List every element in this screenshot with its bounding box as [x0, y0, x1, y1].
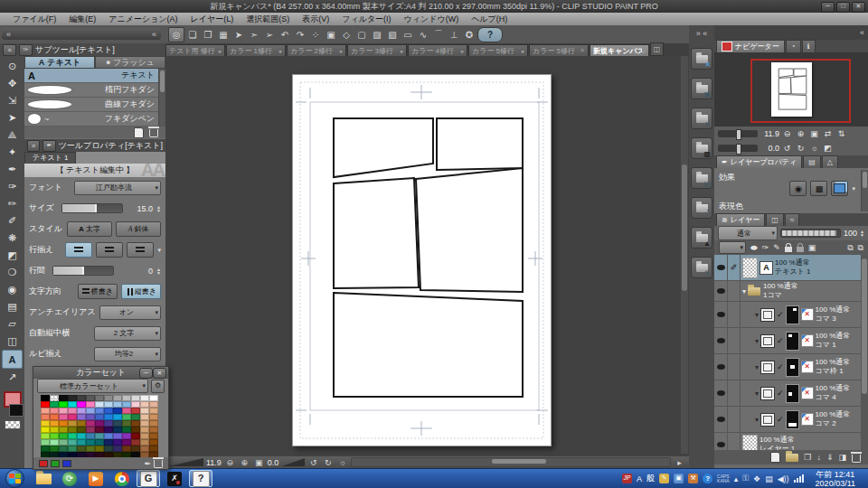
help-icon[interactable]: ?	[477, 27, 503, 42]
tab-layer-comp[interactable]: ≈	[785, 213, 799, 226]
color-swatch[interactable]	[77, 427, 86, 433]
menu-item[interactable]: ヘルプ(H)	[466, 14, 513, 25]
layer-row[interactable]: ✐ A100 %通常テキスト 1	[714, 255, 868, 281]
color-swatch[interactable]	[104, 408, 113, 414]
manga-panel[interactable]	[416, 168, 523, 292]
layer-visible-toggle[interactable]	[714, 302, 728, 327]
color-swatch[interactable]	[59, 433, 68, 439]
blend-tool[interactable]: ❍	[3, 264, 22, 281]
layer-folder-row[interactable]: ▾ 100 %通常1コマ	[714, 281, 868, 302]
material-template-folder[interactable]: ▤	[691, 167, 712, 189]
tool-property-tab[interactable]: テキスト 1	[24, 152, 76, 164]
font-dropdown[interactable]: 江戸勘亭流	[74, 181, 161, 195]
color-swatch[interactable]	[86, 446, 95, 452]
color-swatch[interactable]	[149, 446, 158, 452]
line-correct-tool[interactable]: ↗	[3, 369, 22, 386]
layer-thumbnail[interactable]	[786, 384, 799, 403]
color-swatch[interactable]	[77, 414, 86, 420]
frame-border-tool[interactable]: ◫	[3, 333, 22, 350]
background-color-swatch[interactable]	[9, 404, 24, 417]
expand-toggle[interactable]: ▾	[755, 416, 759, 424]
color-swatch[interactable]	[59, 420, 68, 427]
network-icon[interactable]	[794, 474, 804, 483]
color-swatch[interactable]	[149, 439, 158, 446]
layer-thumbnail[interactable]	[742, 258, 758, 278]
color-swatch[interactable]	[77, 433, 86, 439]
tab-item-bank[interactable]: ℹ	[802, 40, 816, 52]
zoom-in-icon[interactable]: ⊕	[795, 129, 807, 138]
new-folder-icon[interactable]	[786, 454, 798, 462]
reset-view-icon[interactable]: ◩	[822, 144, 834, 153]
material-all-folder[interactable]: ✕	[691, 48, 712, 70]
collapse-left-icon[interactable]: «	[6, 30, 11, 39]
opacity-stepper[interactable]: ▲▼	[860, 230, 864, 237]
bold-button[interactable]: A太字	[67, 221, 112, 237]
color-swatch[interactable]	[41, 408, 50, 414]
color-swatch[interactable]	[113, 395, 122, 401]
minimize-panel-icon[interactable]: ─	[139, 368, 153, 379]
doc-tab[interactable]: カラー 5修行 ●	[468, 44, 528, 56]
lasso-tool[interactable]: ⟁	[3, 127, 22, 144]
material-download-folder[interactable]: ✎	[691, 257, 712, 278]
eyedropper-small-icon[interactable]: ✒	[144, 459, 151, 468]
color-swatch[interactable]	[41, 395, 50, 401]
check-icon[interactable]: ✓	[777, 362, 784, 371]
color-swatch[interactable]	[131, 433, 140, 439]
recent-color-chip[interactable]	[51, 460, 60, 467]
scroll-right-arrow[interactable]: ▸	[674, 458, 685, 467]
select-sub-cursor-icon[interactable]: ➢	[262, 28, 277, 42]
layer-row[interactable]: 100 %通常レイヤー 1	[714, 433, 868, 450]
color-swatch[interactable]	[131, 446, 140, 452]
opacity-slider[interactable]	[780, 229, 841, 238]
color-swatch[interactable]	[113, 439, 122, 446]
ruler-range-icon[interactable]: ⧉	[858, 243, 863, 253]
select-cursor-icon[interactable]: ➤	[231, 28, 246, 42]
color-swatch[interactable]	[122, 446, 131, 452]
color-swatch[interactable]	[113, 433, 122, 439]
menu-item[interactable]: フィルター(I)	[336, 14, 396, 25]
color-set-header[interactable]: カラーセット ─ ✕	[33, 367, 168, 379]
subtool-tab[interactable]: ● フラッシュ	[95, 56, 165, 69]
material-tone-folder[interactable]: ▩	[691, 137, 712, 159]
align-center-button[interactable]	[96, 242, 123, 258]
color-swatch[interactable]	[140, 433, 149, 439]
ime-mode[interactable]: A	[637, 474, 642, 483]
object-tool[interactable]: ➤	[3, 109, 22, 127]
delete-subtool-icon[interactable]	[149, 129, 158, 137]
transfer-layer-icon[interactable]: ↓	[816, 453, 821, 462]
color-swatch[interactable]	[122, 414, 131, 420]
color-swatch[interactable]	[68, 414, 77, 420]
brush-tool[interactable]: ✐	[3, 212, 22, 230]
color-swatch[interactable]	[131, 420, 140, 427]
expand-toggle[interactable]: ▾	[755, 311, 759, 319]
navigator-zoom-slider[interactable]	[718, 130, 758, 137]
invert-selection-icon[interactable]: ◇	[339, 28, 354, 42]
close-button[interactable]: ✕	[852, 2, 865, 13]
rotate-left-icon[interactable]: ↺	[307, 458, 319, 467]
color-swatch[interactable]	[149, 420, 158, 427]
layer-thumbnail[interactable]	[786, 358, 799, 377]
effect-more-dropdown[interactable]: ▾	[852, 185, 855, 192]
layer-row[interactable]: ▾ ✓ ✕100 %通常コマ 4	[714, 380, 868, 407]
horizontal-text-button[interactable]: 横書き	[78, 284, 118, 299]
color-swatch[interactable]	[68, 427, 77, 433]
color-swatch[interactable]	[41, 427, 50, 433]
line-space-value[interactable]: 0	[148, 267, 153, 276]
decoration-tool[interactable]: ❋	[3, 230, 22, 247]
save-file-icon[interactable]: ▦	[216, 28, 231, 42]
layer-thumbnail[interactable]	[742, 435, 758, 451]
color-swatch[interactable]	[86, 414, 95, 420]
line-space-stepper[interactable]: ▲▼	[156, 267, 161, 275]
pencil-tool[interactable]: ✏	[3, 195, 22, 212]
color-swatch[interactable]	[113, 427, 122, 433]
color-swatch[interactable]	[140, 427, 149, 433]
open-file-icon[interactable]: ❐	[201, 28, 215, 42]
check-icon[interactable]: ✓	[777, 336, 784, 345]
line-n-icon[interactable]: ∿	[416, 28, 430, 42]
color-swatch[interactable]	[86, 401, 95, 408]
color-swatch[interactable]	[50, 414, 59, 420]
color-swatch[interactable]	[104, 446, 113, 452]
border-effect-icon[interactable]: ◉	[789, 181, 807, 196]
panel-menu-icon[interactable]: ≡	[27, 140, 40, 152]
draft-layer-icon[interactable]: ✎	[773, 243, 780, 252]
